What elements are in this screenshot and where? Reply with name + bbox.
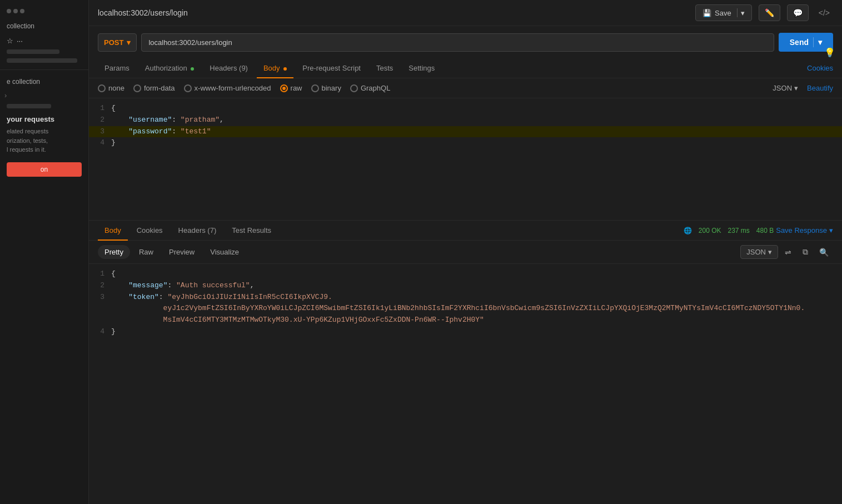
method-label: POST: [104, 38, 123, 47]
request-body-editor[interactable]: 1 { 2 "username": "pratham", 3 "password…: [89, 98, 842, 221]
tab-params[interactable]: Params: [98, 58, 136, 78]
topbar: localhost:3002/users/login 💾 Save ▾ ✏️ 💬…: [89, 0, 842, 26]
copy-button[interactable]: ⧉: [798, 245, 813, 259]
code-button[interactable]: </>: [815, 5, 833, 21]
main-content: localhost:3002/users/login 💾 Save ▾ ✏️ 💬…: [89, 0, 842, 504]
wrap-icon[interactable]: ⇌: [780, 246, 796, 259]
save-response-chevron-icon: ▾: [829, 226, 833, 234]
star-icon: ☆: [7, 37, 13, 45]
sidebar-collection2-label: e collection: [0, 74, 88, 89]
resp-tab-cookies[interactable]: Cookies: [130, 221, 170, 240]
method-chevron-icon: ▾: [127, 38, 131, 47]
tab-settings-label: Settings: [408, 64, 435, 72]
response-tabs: Body Cookies Headers (7) Test Results 🌐 …: [89, 221, 842, 241]
search-button[interactable]: 🔍: [815, 246, 833, 259]
save-button[interactable]: 💾 Save ▾: [695, 4, 752, 21]
radio-none-circle: [98, 84, 106, 92]
radio-raw[interactable]: raw: [280, 84, 302, 92]
radio-graphql-circle: [350, 84, 358, 92]
resp-line-num-2: 2: [89, 280, 111, 292]
cookies-link[interactable]: Cookies: [807, 58, 833, 78]
code-username-line: "username": "pratham",: [111, 114, 842, 126]
globe-icon: 🌐: [684, 227, 692, 234]
resp-json-chevron-icon: ▾: [768, 248, 772, 256]
edit-button[interactable]: ✏️: [759, 4, 780, 21]
resp-line-num-3: 3: [89, 292, 111, 303]
response-section: Body Cookies Headers (7) Test Results 🌐 …: [89, 221, 842, 504]
resp-line-1: 1 {: [89, 268, 842, 280]
code-line-2: 2 "username": "pratham",: [89, 114, 842, 126]
resp-tab-test-results[interactable]: Test Results: [225, 221, 278, 240]
sidebar-bar-2: [7, 58, 77, 63]
resp-tab-body[interactable]: Body: [98, 221, 128, 240]
right-sidebar-icons: 💡: [822, 44, 838, 60]
resp-tab-body-label: Body: [104, 226, 121, 234]
tab-settings[interactable]: Settings: [402, 58, 441, 78]
sidebar-bar-1: [7, 49, 59, 54]
radio-urlencoded-circle: [184, 84, 192, 92]
tab-authorization-label: Authorization: [145, 64, 187, 72]
code-line-4: 4 }: [89, 137, 842, 149]
line-num-3: 3: [89, 126, 111, 138]
format-visualize-button[interactable]: Visualize: [203, 245, 246, 259]
tab-pre-request[interactable]: Pre-request Script: [296, 58, 367, 78]
radio-form-data[interactable]: form-data: [133, 84, 175, 92]
format-pretty-button[interactable]: Pretty: [98, 245, 130, 259]
radio-graphql[interactable]: GraphQL: [350, 84, 390, 92]
response-format-select[interactable]: JSON ▾: [740, 245, 778, 259]
resp-line-2: 2 "message": "Auth successful",: [89, 280, 842, 292]
method-select[interactable]: POST ▾: [98, 33, 137, 52]
status-code: 200 OK: [699, 227, 721, 234]
request-title: localhost:3002/users/login: [98, 8, 689, 17]
chevron-right-icon: ›: [4, 91, 7, 99]
body-format-select[interactable]: JSON ▾: [773, 84, 798, 92]
code-password-line: "password": "test1": [111, 126, 842, 138]
more-icon: ···: [17, 37, 23, 45]
line-num-1: 1: [89, 103, 111, 114]
tab-tests[interactable]: Tests: [370, 58, 400, 78]
comment-button[interactable]: 💬: [787, 4, 809, 21]
radio-none[interactable]: none: [98, 84, 124, 92]
beautify-button[interactable]: Beautify: [807, 84, 833, 92]
tab-body[interactable]: Body: [257, 58, 293, 78]
response-status: 🌐 200 OK 237 ms 480 B: [684, 227, 774, 234]
lightbulb-icon[interactable]: 💡: [822, 44, 838, 60]
save-response-button[interactable]: Save Response ▾: [776, 226, 833, 234]
radio-urlencoded[interactable]: x-www-form-urlencoded: [184, 84, 271, 92]
sidebar-chevron-row[interactable]: ›: [0, 89, 88, 102]
format-raw-button[interactable]: Raw: [132, 245, 160, 259]
send-chevron-icon: ▾: [818, 38, 822, 47]
radio-none-label: none: [108, 84, 124, 92]
sidebar-action-button[interactable]: on: [7, 162, 82, 177]
resp-line-num-4: 4: [89, 326, 111, 338]
resp-tab-headers[interactable]: Headers (7): [172, 221, 223, 240]
url-input[interactable]: [141, 33, 774, 52]
tab-tests-label: Tests: [376, 64, 393, 72]
resp-tab-cookies-label: Cookies: [137, 226, 163, 234]
save-separator: [737, 8, 738, 17]
resp-line-3: 3 "token": "eyJhbGciOiJIUzI1NiIsInR5cCI6…: [89, 292, 842, 326]
json-chevron-icon: ▾: [794, 84, 798, 92]
tab-headers[interactable]: Headers (9): [203, 58, 255, 78]
request-bar: POST ▾ Send ▾: [89, 26, 842, 58]
sidebar-dot-3: [20, 9, 24, 13]
code-line-3: 3 "password": "test1": [89, 126, 842, 138]
format-preview-button[interactable]: Preview: [162, 245, 201, 259]
tab-pre-request-label: Pre-request Script: [302, 64, 361, 72]
your-requests-label: your requests: [0, 111, 88, 126]
line-num-4: 4: [89, 137, 111, 149]
body-options: none form-data x-www-form-urlencoded raw…: [89, 78, 842, 98]
tab-params-label: Params: [104, 64, 129, 72]
line-num-2: 2: [89, 114, 111, 126]
json-label: JSON: [773, 84, 792, 92]
resp-line-4: 4 }: [89, 326, 842, 338]
radio-binary[interactable]: binary: [311, 84, 341, 92]
tab-authorization[interactable]: Authorization: [138, 58, 201, 78]
resp-brace-close: }: [111, 326, 842, 338]
radio-urlencoded-label: x-www-form-urlencoded: [195, 84, 271, 92]
response-body[interactable]: 1 { 2 "message": "Auth successful", 3 "t…: [89, 264, 842, 504]
save-icon: 💾: [703, 9, 711, 17]
response-toolbar: Pretty Raw Preview Visualize JSON ▾ ⇌ ⧉ …: [89, 241, 842, 264]
resp-tab-test-results-label: Test Results: [232, 226, 271, 234]
tab-body-label: Body: [263, 64, 280, 72]
